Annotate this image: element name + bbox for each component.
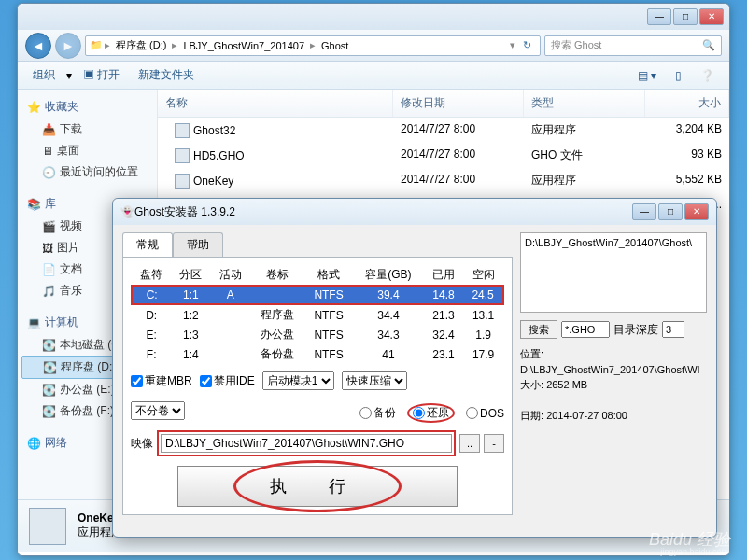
- command-bar: 组织 ▾ ▣ 打开 新建文件夹 ▤ ▾ ▯ ❔: [18, 62, 729, 90]
- minus-button[interactable]: -: [484, 434, 504, 453]
- search-placeholder: 搜索 Ghost: [551, 38, 601, 52]
- ghost-minimize-button[interactable]: —: [632, 203, 656, 220]
- sidebar-item[interactable]: 🕘 最近访问的位置: [21, 161, 153, 183]
- open-button[interactable]: ▣ 打开: [76, 64, 127, 86]
- maximize-button[interactable]: □: [673, 8, 698, 25]
- ghost-titlebar: 👻 Ghost安装器 1.3.9.2 — □ ✕: [113, 199, 716, 225]
- col-date[interactable]: 修改日期: [393, 90, 524, 117]
- partition-table: 盘符 分区 活动 卷标 格式 容量(GB) 已用 空闲 C:1:1ANTFS39…: [131, 265, 504, 364]
- folder-icon: 📁: [90, 39, 103, 51]
- execute-button[interactable]: 执 行: [177, 466, 458, 507]
- breadcrumb-dropdown[interactable]: ▾: [508, 39, 517, 51]
- column-headers: 名称 修改日期 类型 大小: [158, 90, 729, 118]
- split-select[interactable]: 不分卷: [131, 401, 185, 420]
- app-icon: 👻: [120, 205, 134, 218]
- ide-checkbox[interactable]: 禁用IDE: [200, 373, 255, 389]
- tab-normal[interactable]: 常规: [122, 232, 173, 257]
- breadcrumb-seg[interactable]: LBJY_GhostWin7_201407: [179, 40, 308, 51]
- sidebar-favorites[interactable]: ⭐ 收藏夹: [21, 95, 153, 119]
- search-button[interactable]: 搜索: [520, 320, 557, 339]
- partition-row[interactable]: E:1:3办公盘NTFS34.332.41.9: [132, 325, 503, 344]
- th[interactable]: 盘符: [132, 265, 171, 286]
- address-toolbar: ◄ ► 📁 ▸ 程序盘 (D:) ▸ LBJY_GhostWin7_201407…: [18, 30, 729, 62]
- th[interactable]: 卷标: [250, 265, 304, 286]
- partition-row[interactable]: C:1:1ANTFS39.414.824.5: [132, 286, 503, 304]
- window-title: Ghost安装器 1.3.9.2: [134, 204, 632, 220]
- sidebar-item[interactable]: 📥 下载: [21, 119, 153, 140]
- th[interactable]: 分区: [171, 265, 210, 286]
- depth-input[interactable]: [662, 321, 684, 338]
- search-input[interactable]: 搜索 Ghost 🔍: [544, 35, 722, 56]
- boot-select[interactable]: 启动模块1: [262, 371, 334, 390]
- help-button[interactable]: ❔: [693, 66, 722, 85]
- radio-dos[interactable]: DOS: [466, 403, 504, 423]
- file-icon: [175, 174, 190, 189]
- tab-panel: 盘符 分区 活动 卷标 格式 容量(GB) 已用 空闲 C:1:1ANTFS39…: [122, 257, 513, 515]
- col-size[interactable]: 大小: [645, 90, 729, 117]
- file-row[interactable]: Ghost322014/7/27 8:00应用程序3,204 KB: [158, 118, 729, 143]
- info-panel: 位置: D:\LBJY_GhostWin7_201407\Ghost\WI 大小…: [520, 346, 707, 424]
- file-icon: [175, 148, 190, 163]
- details-icon: [29, 508, 66, 545]
- back-button[interactable]: ◄: [25, 33, 51, 59]
- th[interactable]: 已用: [424, 265, 463, 286]
- partition-row[interactable]: F:1:4备份盘NTFS4123.117.9: [132, 344, 503, 364]
- organize-button[interactable]: 组织: [25, 64, 63, 86]
- path-textarea[interactable]: D:\LBJY_GhostWin7_201407\Ghost\: [520, 232, 707, 313]
- browse-button[interactable]: ..: [459, 434, 480, 453]
- tab-help[interactable]: 帮助: [173, 232, 223, 257]
- mbr-checkbox[interactable]: 重建MBR: [131, 373, 192, 389]
- th[interactable]: 空闲: [463, 265, 503, 286]
- radio-restore[interactable]: 还原: [413, 405, 449, 421]
- th[interactable]: 活动: [211, 265, 250, 286]
- depth-label: 目录深度: [613, 322, 658, 338]
- file-icon: [175, 123, 190, 138]
- watermark-url: jingyan.baidu.com: [660, 547, 728, 556]
- th[interactable]: 容量(GB): [353, 265, 424, 286]
- address-bar[interactable]: 📁 ▸ 程序盘 (D:) ▸ LBJY_GhostWin7_201407 ▸ G…: [85, 35, 541, 56]
- col-type[interactable]: 类型: [524, 90, 645, 117]
- close-button[interactable]: ✕: [699, 8, 724, 25]
- view-button[interactable]: ▤ ▾: [630, 66, 664, 85]
- file-row[interactable]: OneKey2014/7/27 8:00应用程序5,552 KB: [158, 168, 729, 193]
- ghost-installer-window: 👻 Ghost安装器 1.3.9.2 — □ ✕ 常规 帮助 盘符 分区 活动 …: [112, 198, 717, 538]
- th[interactable]: 格式: [304, 265, 353, 286]
- search-icon: 🔍: [702, 39, 715, 51]
- ext-input[interactable]: [561, 321, 610, 338]
- breadcrumb-seg[interactable]: 程序盘 (D:): [112, 38, 170, 52]
- compress-select[interactable]: 快速压缩: [342, 371, 407, 390]
- file-row[interactable]: HD5.GHO2014/7/27 8:00GHO 文件93 KB: [158, 143, 729, 168]
- minimize-button[interactable]: —: [647, 8, 671, 25]
- explorer-titlebar: — □ ✕: [18, 4, 729, 30]
- sidebar-item[interactable]: 🖥 桌面: [21, 140, 153, 161]
- partition-row[interactable]: D:1:2程序盘NTFS34.421.313.1: [132, 304, 503, 325]
- col-name[interactable]: 名称: [158, 90, 393, 117]
- forward-button[interactable]: ►: [55, 33, 81, 59]
- newfolder-button[interactable]: 新建文件夹: [131, 64, 202, 86]
- image-label: 映像: [131, 436, 153, 452]
- radio-backup[interactable]: 备份: [359, 403, 396, 423]
- preview-button[interactable]: ▯: [668, 66, 689, 85]
- refresh-icon[interactable]: ↻: [517, 39, 536, 51]
- ghost-close-button[interactable]: ✕: [684, 203, 709, 220]
- breadcrumb-seg[interactable]: Ghost: [317, 40, 352, 51]
- image-path-input[interactable]: [161, 434, 452, 453]
- ghost-maximize-button[interactable]: □: [658, 203, 683, 220]
